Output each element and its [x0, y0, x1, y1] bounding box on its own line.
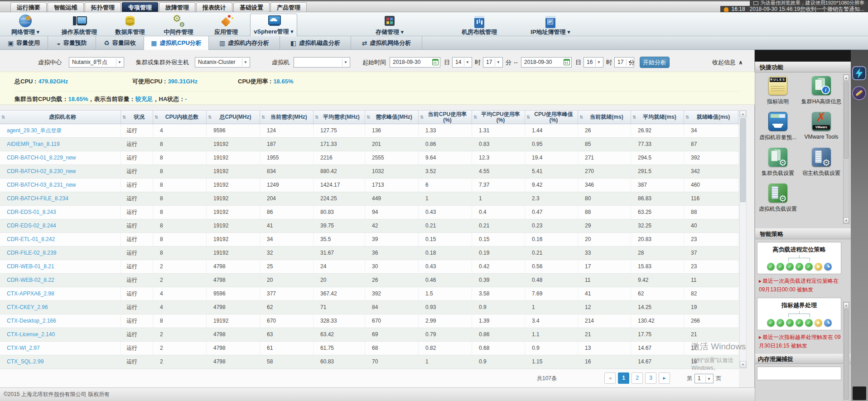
toolbar-item-IP地址簿管理[interactable]: IP地址簿管理 ▾	[523, 14, 578, 35]
toolbar-item-应用管理[interactable]: 应用管理	[203, 14, 249, 35]
page-jump-select[interactable]: 1▼	[694, 374, 714, 383]
subtab-容量回收[interactable]: ♻容量回收	[96, 36, 144, 50]
sort-icon[interactable]: ⇅	[122, 114, 126, 120]
scroll-down-icon[interactable]: ▼	[844, 217, 849, 223]
vm-name-link[interactable]: CDR-BATCH-02_8.230_new	[0, 165, 121, 178]
column-header-虚拟机名称[interactable]: ⇅虚拟机名称	[0, 111, 121, 124]
vm-name-link[interactable]: CDR-BATCH-01_8.229_new	[0, 151, 121, 164]
sort-icon[interactable]: ⇅	[632, 114, 636, 120]
cluster-select[interactable]: Nutanix-Cluster▼	[195, 57, 250, 68]
sort-icon[interactable]: ⇅	[315, 114, 318, 120]
quick-item-指标说明[interactable]: RULES指标说明	[756, 76, 800, 106]
sort-icon[interactable]: ⇅	[473, 114, 477, 120]
column-header-平均就绪(ms)[interactable]: ⇅平均就绪(ms)	[631, 111, 684, 124]
page-button-1[interactable]: 1	[618, 372, 629, 384]
sort-icon[interactable]: ⇅	[208, 114, 212, 120]
column-header-状况[interactable]: ⇅状况	[121, 111, 153, 124]
end-hour-select[interactable]: 16▼	[583, 57, 603, 68]
sort-icon[interactable]: ⇅	[420, 114, 424, 120]
next-page-icon[interactable]: ▸	[659, 372, 670, 384]
menu-tab-专项管理[interactable]: 专项管理	[122, 2, 158, 12]
scrollbar-thumb[interactable]	[844, 82, 849, 159]
scrollbar-thumb[interactable]	[740, 118, 746, 202]
sort-icon[interactable]: ⇅	[579, 114, 583, 120]
start-date-input[interactable]: 2018-09-30	[390, 57, 440, 68]
vm-name-link[interactable]: CDR-EDS-02_8.244	[0, 219, 121, 232]
toolbar-item-网络管理[interactable]: 网络管理 ▾	[0, 14, 50, 35]
subtab-容量使用[interactable]: ▣容量使用	[0, 36, 48, 50]
menu-tab-拓扑管理[interactable]: 拓扑管理	[85, 2, 121, 12]
smart-policy-header[interactable]: 智能策略	[755, 228, 851, 239]
start-minute-select[interactable]: 17▼	[483, 57, 503, 68]
quick-functions-header[interactable]: 快捷功能	[755, 62, 851, 72]
quick-panel-scrollbar[interactable]: ▲ ▼	[843, 74, 849, 224]
subtab-虚拟机网络分析[interactable]: ⇄虚拟机网络分析	[351, 36, 422, 50]
column-header-CPU使用率峰值 (%)[interactable]: ⇅CPU使用率峰值 (%)	[525, 111, 578, 124]
prev-page-icon[interactable]: ◂	[604, 372, 616, 384]
calendar-icon[interactable]	[564, 59, 570, 65]
corner-toggle-icon[interactable]	[853, 387, 866, 400]
tool-icon[interactable]	[852, 86, 866, 100]
sort-icon[interactable]: ⇅	[154, 114, 158, 120]
column-header-当前CPU使用率 (%)[interactable]: ⇅当前CPU使用率 (%)	[419, 111, 472, 124]
sort-icon[interactable]: ⇅	[1, 114, 5, 120]
sort-icon[interactable]: ⇅	[366, 114, 370, 120]
menu-tab-产品管理[interactable]: 产品管理	[270, 2, 307, 12]
column-header-当前就绪(ms)[interactable]: ⇅当前就绪(ms)	[578, 111, 631, 124]
quick-item-虚拟机负载设置[interactable]: 虚拟机负载设置	[756, 184, 800, 213]
vm-name-link[interactable]: CDR-ETL-01_8.242	[0, 233, 121, 246]
menu-tab-基础设置[interactable]: 基础设置	[233, 2, 270, 12]
lightning-icon[interactable]	[852, 66, 866, 80]
scrollbar-thumb[interactable]	[844, 309, 849, 400]
vm-name-link[interactable]: AIDIEMR_Tran_8.119	[0, 138, 121, 151]
policy-section-header-内存泄漏捕捉[interactable]: 内存泄漏捕捉	[755, 354, 851, 364]
sort-icon[interactable]: ⇅	[526, 114, 530, 120]
column-header-总CPU(MHz)[interactable]: ⇅总CPU(MHz)	[207, 111, 260, 124]
vcenter-select[interactable]: Nutanix_8节点▼	[69, 57, 124, 68]
collapse-info-link[interactable]: 收起信息∧	[712, 57, 743, 68]
menu-tab-运行摘要[interactable]: 运行摘要	[10, 2, 47, 12]
vm-name-link[interactable]: CTX-APPXA6_2.98	[0, 287, 121, 300]
column-header-当前需求(MHz)[interactable]: ⇅当前需求(MHz)	[260, 111, 313, 124]
quick-item-集群负载设置[interactable]: 集群负载设置	[756, 148, 800, 177]
toolbar-item-存储管理[interactable]: 存储管理 ▾	[365, 14, 414, 35]
vm-name-link[interactable]: CDR-WEB-02_8.22	[0, 274, 121, 287]
column-header-平均CPU使用率 (%)[interactable]: ⇅平均CPU使用率 (%)	[472, 111, 525, 124]
toolbar-item-操作系统管理[interactable]: 操作系统管理	[53, 14, 105, 35]
menu-tab-报表统计[interactable]: 报表统计	[196, 2, 232, 12]
column-header-平均需求(MHz)[interactable]: ⇅平均需求(MHz)	[313, 111, 365, 124]
start-hour-select[interactable]: 14▼	[452, 57, 472, 68]
quick-item-集群HA高级信息[interactable]: 集群HA高级信息	[800, 76, 843, 106]
vm-select[interactable]: ▼	[294, 57, 350, 68]
vm-name-link[interactable]: CTX-Desktop_2.166	[0, 314, 121, 328]
toolbar-item-中间件管理[interactable]: 中间件管理	[155, 14, 202, 35]
vm-name-link[interactable]: CTX-WI_2.97	[0, 342, 121, 355]
column-header-CPU内核总数[interactable]: ⇅CPU内核总数	[153, 111, 207, 124]
vm-name-link[interactable]: CDR-BATCH-FILE_8.234	[0, 192, 121, 205]
vm-name-link[interactable]: CTX-License_2.140	[0, 328, 121, 341]
subtab-虚拟机磁盘分析[interactable]: ◧虚拟机磁盘分析	[280, 36, 351, 50]
page-button-3[interactable]: 3	[645, 372, 656, 384]
vm-name-link[interactable]: CTX-CKEY_2.96	[0, 301, 121, 314]
toolbar-item-vSphere管理[interactable]: vSphere管理 ▾	[250, 14, 297, 36]
column-header-就绪峰值(ms)[interactable]: ⇅就绪峰值(ms)	[684, 111, 738, 124]
vm-name-link[interactable]: CDR-EDS-01_8.243	[0, 206, 121, 219]
quick-item-虚拟机容量预...[interactable]: 虚拟机容量预...	[756, 112, 800, 141]
table-scrollbar[interactable]: ▲ ▼	[739, 110, 747, 368]
toolbar-item-数据库管理[interactable]: 数据库管理	[107, 14, 153, 35]
scroll-up-icon[interactable]: ▲	[740, 111, 746, 117]
vm-name-link[interactable]: CTX_SQL.2.99	[0, 355, 121, 368]
menu-tab-智能运维[interactable]: 智能运维	[48, 2, 84, 12]
vm-name-link[interactable]: agent_29.30_单点登录	[0, 124, 121, 137]
page-button-2[interactable]: 2	[632, 372, 643, 384]
quick-item-宿主机负载设置[interactable]: 宿主机负载设置	[800, 148, 843, 177]
analyze-button[interactable]: 开始分析	[640, 57, 670, 68]
calendar-icon[interactable]	[432, 59, 439, 65]
end-date-input[interactable]: 2018-09-30	[521, 57, 572, 68]
sort-icon[interactable]: ⇅	[685, 114, 689, 120]
subtab-容量预防[interactable]: ◒容量预防	[48, 36, 96, 50]
sort-icon[interactable]: ⇅	[261, 114, 265, 120]
quick-item-VMware Tools[interactable]: VMwareVMware Tools	[800, 112, 843, 141]
toolbar-item-机房布线管理[interactable]: 机房布线管理	[453, 14, 506, 35]
column-header-需求峰值(MHz)[interactable]: ⇅需求峰值(MHz)	[365, 111, 419, 124]
